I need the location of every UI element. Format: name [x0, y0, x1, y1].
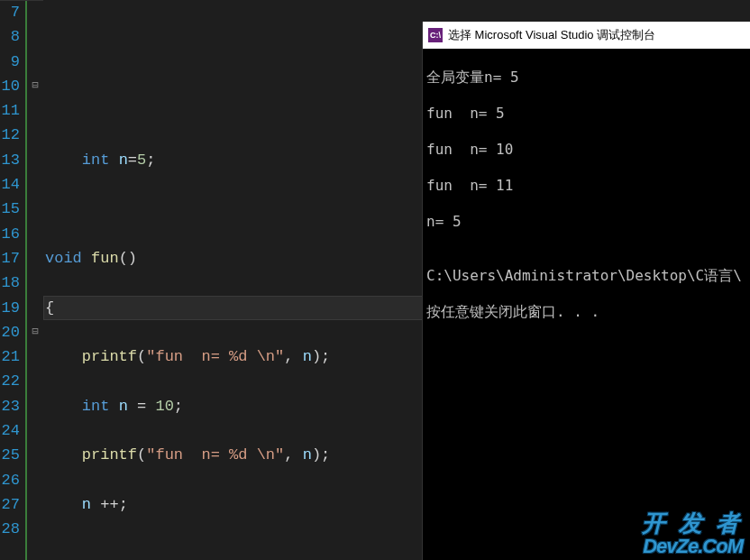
code-line[interactable]: int n = 10;: [45, 394, 750, 418]
line-number: 14: [0, 172, 20, 197]
line-number: 28: [0, 517, 20, 541]
code-line[interactable]: void fun(): [45, 246, 750, 271]
line-number: 22: [0, 369, 20, 393]
fold-column: ⊟ ⊟: [27, 0, 43, 560]
line-number: 15: [0, 197, 20, 221]
line-number: 12: [0, 123, 20, 147]
fold-toggle-icon[interactable]: ⊟: [27, 74, 43, 98]
line-number: 16: [0, 222, 20, 246]
code-line[interactable]: {: [45, 296, 750, 320]
code-line[interactable]: [45, 98, 750, 123]
line-number: 8: [0, 24, 20, 49]
fold-toggle-icon[interactable]: ⊟: [27, 320, 43, 344]
code-line[interactable]: [45, 542, 750, 560]
console-titlebar[interactable]: C:\ 选择 Microsoft Visual Studio 调试控制台: [423, 22, 750, 49]
console-title: 选择 Microsoft Visual Studio 调试控制台: [448, 27, 655, 43]
line-number: 27: [0, 492, 20, 517]
line-number: 11: [0, 98, 20, 123]
line-number: 19: [0, 296, 20, 320]
line-number: 9: [0, 50, 20, 74]
vs-console-icon: C:\: [428, 28, 443, 42]
code-line[interactable]: printf("fun n= %d \n", n);: [45, 443, 750, 467]
line-number: 7: [0, 0, 20, 24]
code-text-area[interactable]: int n=5; void fun() { printf("fun n= %d …: [43, 0, 750, 560]
line-number: 26: [0, 468, 20, 492]
code-line[interactable]: printf("fun n= %d \n", n);: [45, 344, 750, 369]
line-number: 18: [0, 271, 20, 295]
line-number: 13: [0, 148, 20, 172]
line-number: 21: [0, 344, 20, 369]
line-number: 20: [0, 320, 20, 344]
line-number: 24: [0, 418, 20, 443]
line-number: 17: [0, 246, 20, 271]
line-number-gutter: 7891011121314151617181920212223242526272…: [0, 0, 27, 560]
line-number: 23: [0, 394, 20, 418]
code-editor[interactable]: 7891011121314151617181920212223242526272…: [0, 0, 750, 560]
code-line[interactable]: int n=5;: [45, 148, 750, 172]
line-number: 25: [0, 443, 20, 467]
line-number: 10: [0, 74, 20, 98]
code-line[interactable]: n ++;: [45, 492, 750, 517]
code-line[interactable]: [45, 197, 750, 221]
